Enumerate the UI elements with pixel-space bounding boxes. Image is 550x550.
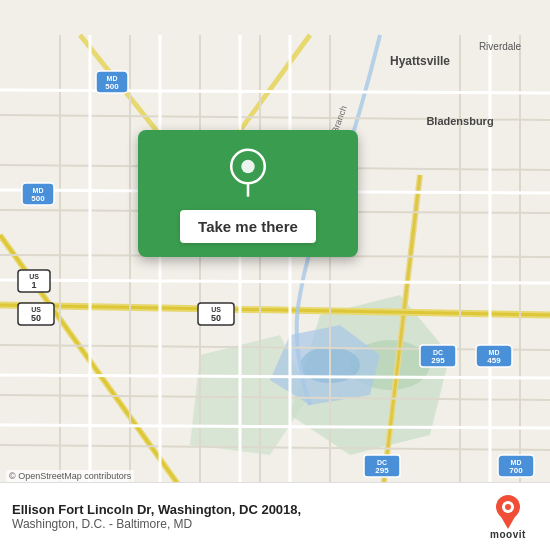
svg-text:50: 50	[211, 313, 221, 323]
take-me-there-button[interactable]: Take me there	[180, 210, 316, 243]
svg-text:Bladensburg: Bladensburg	[426, 115, 493, 127]
svg-text:459: 459	[487, 356, 501, 365]
moovit-pin-icon	[492, 493, 524, 529]
svg-text:500: 500	[31, 194, 45, 203]
map-svg: MD 500 MD 500 US 1 US 50 US 50 DC 295 DC…	[0, 0, 550, 550]
svg-text:Hyattsville: Hyattsville	[390, 54, 450, 68]
svg-text:MD: MD	[33, 187, 44, 194]
svg-marker-73	[500, 515, 516, 529]
svg-text:1: 1	[31, 280, 36, 290]
svg-text:US: US	[211, 306, 221, 313]
svg-text:Riverdale: Riverdale	[479, 41, 522, 52]
moovit-logo: moovit	[478, 493, 538, 540]
svg-point-75	[505, 504, 511, 510]
address-block: Ellison Fort Lincoln Dr, Washington, DC …	[12, 502, 301, 531]
location-card: Take me there	[138, 130, 358, 257]
svg-text:MD: MD	[511, 459, 522, 466]
address-line1: Ellison Fort Lincoln Dr, Washington, DC …	[12, 502, 301, 517]
moovit-text: moovit	[490, 529, 526, 540]
svg-text:US: US	[29, 273, 39, 280]
svg-text:50: 50	[31, 313, 41, 323]
svg-text:295: 295	[375, 466, 389, 475]
svg-text:DC: DC	[433, 349, 443, 356]
svg-text:MD: MD	[107, 75, 118, 82]
location-pin-icon	[222, 148, 274, 200]
svg-point-71	[241, 160, 254, 173]
svg-text:500: 500	[105, 82, 119, 91]
info-bar: Ellison Fort Lincoln Dr, Washington, DC …	[0, 482, 550, 550]
svg-text:700: 700	[509, 466, 523, 475]
svg-text:DC: DC	[377, 459, 387, 466]
map-container: MD 500 MD 500 US 1 US 50 US 50 DC 295 DC…	[0, 0, 550, 550]
osm-attribution: © OpenStreetMap contributors	[6, 470, 134, 482]
svg-text:US: US	[31, 306, 41, 313]
svg-text:MD: MD	[489, 349, 500, 356]
svg-text:295: 295	[431, 356, 445, 365]
address-line2: Washington, D.C. - Baltimore, MD	[12, 517, 301, 531]
